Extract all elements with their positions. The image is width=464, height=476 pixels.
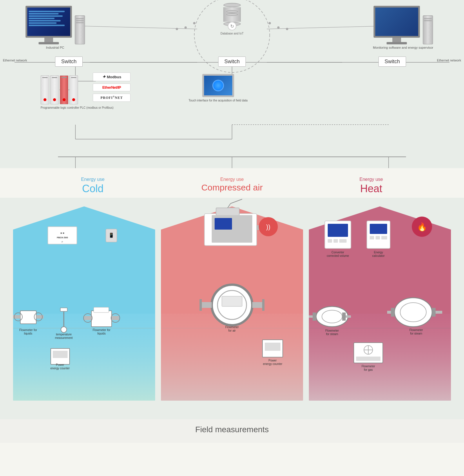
plc-label: Programmable logic controller PLC (modbu…: [41, 106, 113, 110]
connecting-section: [0, 151, 464, 168]
svg-rect-25: [13, 314, 155, 401]
svg-rect-121: [356, 357, 380, 361]
svg-text:Flowmeter for: Flowmeter for: [93, 328, 110, 332]
svg-text:liquids: liquids: [24, 332, 32, 335]
svg-text:energy counter: energy counter: [50, 367, 70, 370]
svg-text:)): )): [266, 223, 271, 230]
modbus-badge: ✦ Modbus: [93, 72, 130, 81]
svg-text:for gas: for gas: [364, 368, 373, 371]
svg-text:🔥: 🔥: [417, 222, 427, 232]
svg-text:Flowmeter for: Flowmeter for: [19, 328, 37, 332]
field-measurements: Field measurements: [0, 419, 464, 443]
svg-rect-54: [94, 307, 109, 313]
svg-rect-96: [381, 236, 387, 239]
svg-point-19: [286, 28, 288, 30]
svg-text:energy counter: energy counter: [263, 362, 282, 366]
svg-rect-75: [222, 296, 242, 306]
ethernet-left-label: Ethernet network: [3, 59, 27, 62]
plc-module-1: [41, 75, 49, 104]
energy-zone-heat: Energy use Heat: [302, 177, 440, 195]
svg-rect-46: [53, 351, 68, 358]
energy-type-cold: Cold: [24, 183, 162, 195]
profinet-badge: PROFI®NET: [93, 94, 130, 102]
svg-rect-103: [313, 313, 316, 321]
hmi-screen: Touch interface for the acquisition of f…: [188, 74, 247, 102]
svg-rect-42: [60, 308, 67, 311]
energy-type-compressed: Compressed air: [163, 183, 301, 192]
svg-text:Power: Power: [269, 359, 277, 362]
svg-rect-111: [391, 308, 394, 317]
energy-labels-row: Energy use Cold Energy use Compressed ai…: [0, 168, 464, 198]
svg-rect-95: [376, 236, 380, 239]
ethernet-right-label: Ethernet network: [437, 59, 461, 62]
plc-module-3: [60, 75, 68, 104]
svg-rect-50: [84, 316, 91, 320]
svg-rect-104: [342, 313, 346, 321]
right-computer: Monitoring software and energy superviso…: [371, 6, 435, 50]
switch-2: Switch: [218, 57, 246, 67]
svg-text:corrected volume: corrected volume: [327, 254, 349, 257]
right-computer-label: Monitoring software and energy superviso…: [371, 46, 435, 50]
svg-text:FBOX-500: FBOX-500: [57, 236, 68, 239]
svg-text:Flowmeter: Flowmeter: [362, 365, 375, 368]
svg-rect-89: [339, 239, 347, 243]
database-label: Database and IoT: [220, 32, 244, 35]
energy-zone-cold: Energy use Cold: [24, 177, 162, 195]
svg-text:Power: Power: [56, 363, 64, 366]
svg-point-18: [277, 26, 280, 29]
svg-text:calculator: calculator: [372, 254, 385, 257]
svg-text:Flowmeter: Flowmeter: [225, 326, 239, 329]
left-computer-label: Industrial PC: [23, 46, 87, 50]
svg-text:liquids: liquids: [97, 332, 106, 335]
svg-text:F: F: [62, 241, 63, 243]
svg-text:Flowmeter: Flowmeter: [409, 328, 423, 332]
svg-point-41: [61, 327, 67, 333]
svg-text:temperature: temperature: [56, 333, 72, 336]
svg-point-14: [193, 22, 195, 24]
svg-line-63: [231, 199, 242, 204]
svg-text:measurement: measurement: [55, 336, 72, 339]
energy-use-heat: Energy use: [302, 177, 440, 182]
svg-text:Converter: Converter: [331, 251, 345, 254]
svg-text:for steam: for steam: [326, 333, 338, 336]
network-diagram: Industrial PC Monitoring software and en…: [0, 0, 464, 151]
plc-module-4: [69, 75, 78, 104]
svg-rect-66: [215, 218, 232, 230]
house-heat: Converter corrected volume Energy calcul…: [309, 198, 451, 402]
svg-rect-93: [370, 224, 387, 234]
svg-line-2: [267, 26, 380, 29]
svg-rect-79: [265, 343, 280, 351]
switch-1: Switch: [55, 57, 83, 67]
bottom-section: ■ ■ FBOX-500 F 📱 Flowmeter for liquids t…: [0, 198, 464, 419]
hmi-display: [212, 80, 224, 91]
svg-rect-86: [328, 224, 348, 237]
ethernetip-badge: EtherNet/IP: [93, 83, 130, 91]
house-compressed: )) Flowmeter for air Power energy counte…: [161, 198, 303, 402]
svg-rect-73: [200, 299, 202, 311]
svg-rect-49: [91, 311, 112, 327]
svg-rect-51: [112, 316, 119, 320]
svg-point-16: [176, 28, 178, 30]
svg-text:for air: for air: [228, 329, 236, 332]
svg-text:■ ■: ■ ■: [60, 232, 64, 235]
svg-text:Energy: Energy: [374, 251, 383, 254]
svg-rect-88: [334, 239, 338, 243]
svg-text:for steam: for steam: [410, 332, 422, 335]
database-center: ↻ Database and IoT: [220, 3, 244, 35]
svg-point-17: [269, 22, 271, 24]
energy-use-cold: Energy use: [24, 177, 162, 182]
hmi-label: Touch interface for the acquisition of f…: [188, 99, 247, 102]
svg-rect-94: [370, 236, 374, 239]
svg-text:📱: 📱: [108, 232, 114, 238]
svg-rect-74: [262, 299, 264, 311]
svg-line-1: [84, 26, 197, 29]
protocols-area: ✦ Modbus EtherNet/IP PROFI®NET: [93, 72, 130, 104]
energy-use-compressed: Energy use: [163, 177, 301, 182]
svg-rect-33: [20, 311, 36, 324]
left-computer: Industrial PC: [23, 6, 87, 50]
house-cold: ■ ■ FBOX-500 F 📱 Flowmeter for liquids t…: [13, 198, 155, 402]
svg-rect-71: [202, 302, 212, 308]
svg-rect-87: [328, 239, 332, 243]
svg-rect-72: [252, 302, 262, 308]
plc-module-2: [50, 75, 59, 104]
